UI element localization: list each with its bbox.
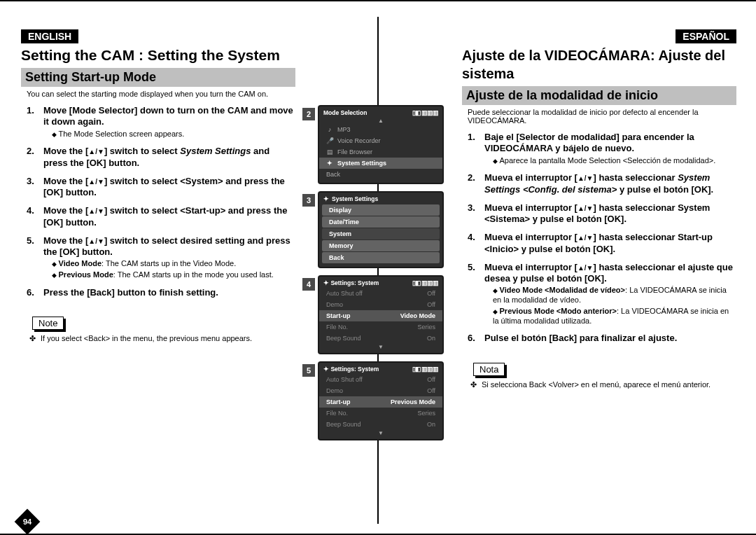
- title-english: Setting the CAM : Setting the System: [21, 45, 295, 66]
- s4r2a: Demo: [326, 301, 343, 308]
- spanish-column: ESPAÑOL Ajuste de la VIDEOCÁMARA: Ajuste…: [445, 8, 753, 534]
- screen2-selected: System Settings: [337, 160, 386, 167]
- note-body-spanish: Si selecciona Back <Volver> en el menú, …: [462, 380, 736, 389]
- up-down-icon: ▲/▼: [578, 234, 594, 242]
- section-bar-english: Setting Start-up Mode: [21, 68, 295, 87]
- music-note-icon: ♪: [326, 126, 333, 133]
- s5r1a: Auto Shut off: [326, 376, 363, 383]
- gear-icon: ✦: [323, 195, 329, 202]
- card-icon: ▯◧: [412, 366, 421, 373]
- s5r1b: Off: [427, 376, 435, 383]
- up-down-icon: ▲/▼: [88, 237, 104, 245]
- s4r4b: Series: [417, 324, 435, 331]
- note-label-spanish: Nota: [473, 363, 505, 376]
- steps-spanish: Baje el [Selector de modalidad] para enc…: [462, 132, 736, 345]
- s4r1b: Off: [427, 290, 435, 297]
- s4r5b: On: [427, 335, 435, 342]
- step4a: Move the [: [43, 205, 88, 216]
- note-label-english: Note: [32, 317, 64, 330]
- step2-italic: System Settings: [180, 146, 251, 156]
- s5r4a: File No.: [326, 410, 348, 417]
- screen2-back: Back: [319, 169, 442, 180]
- step-number-icon: 5: [302, 364, 315, 377]
- battery-icon: ▥▥▥: [421, 366, 438, 373]
- step-number-icon: 3: [302, 194, 315, 207]
- s4r4a: File No.: [326, 324, 348, 331]
- es-step4a: Mueva el interruptor [: [484, 232, 578, 242]
- screen3-display: Display: [322, 204, 440, 216]
- english-column: ENGLISH Setting the CAM : Setting the Sy…: [4, 8, 312, 534]
- step5s2b: : The CAM starts up in the mode you used…: [113, 270, 274, 279]
- screen2-item3: File Browser: [337, 148, 372, 155]
- step-number-icon: 4: [302, 278, 315, 291]
- screen2-item2: Voice Recorder: [337, 137, 381, 144]
- screen4-title: Settings: System: [330, 279, 379, 286]
- screen3-title: System Settings: [332, 195, 378, 202]
- step1-sub-english: The Mode Selection screen appears.: [52, 130, 184, 138]
- screenshot-2: 2 Mode Selection▯◧ ▥▥▥ ▲ ♪MP3 🎤Voice Rec…: [319, 106, 445, 183]
- down-arrow-icon: ▼: [319, 344, 442, 350]
- down-arrow-icon: ▼: [319, 430, 442, 436]
- step1-spanish: Baje el [Selector de modalidad] para enc…: [484, 132, 694, 153]
- note-body-english: If you select <Back> in the menu, the pr…: [21, 334, 295, 342]
- s4r1a: Auto Shut off: [326, 290, 363, 297]
- es-step2a: Mueva el interruptor [: [484, 172, 578, 183]
- up-down-icon: ▲/▼: [88, 148, 104, 155]
- mic-icon: 🎤: [326, 137, 333, 144]
- screenshot-5: 5 ✦ Settings: System▯◧ ▥▥▥ Auto Shut off…: [319, 363, 445, 439]
- screen3-memory: Memory: [322, 240, 440, 251]
- card-icon: ▯◧: [412, 109, 421, 116]
- up-down-icon: ▲/▼: [88, 178, 104, 186]
- step3a: Move the [: [43, 176, 88, 186]
- card-icon: ▯◧: [412, 279, 421, 286]
- screen3-back: Back: [322, 252, 440, 263]
- s5r3a: Start-up: [326, 398, 351, 405]
- gear-icon: ✦: [323, 279, 329, 286]
- screen3-datetime: Date/Time: [322, 216, 440, 228]
- es-step2b: ] hasta seleccionar: [594, 172, 678, 183]
- s5r2b: Off: [427, 387, 435, 394]
- page-number: 94: [23, 517, 31, 526]
- es-step3a: Mueva el interruptor [: [484, 202, 578, 213]
- step6-english: Press the [Back] button to finish settin…: [43, 287, 218, 298]
- up-down-icon: ▲/▼: [578, 174, 594, 182]
- es-step5s2a: Previous Mode <Modo anterior>: [500, 307, 617, 315]
- s5r4b: Series: [417, 410, 435, 417]
- step2b: ] switch to select: [104, 146, 178, 156]
- step6-spanish: Pulse el botón [Back] para finalizar el …: [484, 333, 677, 343]
- battery-icon: ▥▥▥: [421, 109, 438, 116]
- screenshot-4: 4 ✦ Settings: System▯◧ ▥▥▥ Auto Shut off…: [319, 277, 445, 353]
- screenshot-3: 3 ✦System Settings Display Date/Time Sys…: [319, 193, 445, 267]
- up-down-icon: ▲/▼: [578, 264, 594, 272]
- s5r5a: Beep Sound: [326, 421, 361, 428]
- step-number-icon: 2: [302, 108, 315, 120]
- s4r2b: Off: [427, 301, 435, 308]
- manual-page: ENGLISH Setting the CAM : Setting the Sy…: [0, 0, 756, 535]
- steps-english: Move [Mode Selector] down to turn on the…: [21, 105, 295, 298]
- screen3-system: System: [322, 228, 440, 239]
- step1-sub-spanish: Aparece la pantalla Mode Selection <Sele…: [493, 156, 715, 165]
- screen5-title: Settings: System: [330, 366, 379, 373]
- s5r3b: Previous Mode: [391, 398, 435, 405]
- s4r3b: Video Mode: [400, 312, 435, 319]
- gear-icon: ✦: [326, 160, 333, 167]
- lang-tag-spanish: ESPAÑOL: [676, 29, 736, 43]
- up-down-icon: ▲/▼: [88, 207, 104, 215]
- screenshot-column: 2 Mode Selection▯◧ ▥▥▥ ▲ ♪MP3 🎤Voice Rec…: [312, 8, 445, 534]
- s4r5a: Beep Sound: [326, 335, 361, 342]
- step1-english: Move [Mode Selector] down to turn on the…: [43, 105, 293, 127]
- folder-icon: ▤: [326, 148, 333, 155]
- step5a: Move the [: [43, 235, 88, 246]
- screen2-item1: MP3: [337, 126, 351, 133]
- es-step5s1a: Video Mode <Modalidad de vídeo>: [500, 286, 626, 294]
- step5s2a: Previous Mode: [59, 270, 113, 279]
- up-arrow-icon: ▲: [319, 118, 442, 124]
- es-step5a: Mueva el interruptor [: [484, 262, 578, 272]
- battery-icon: ▥▥▥: [421, 279, 438, 286]
- s5r5b: On: [427, 421, 435, 428]
- step2a: Move the [: [43, 146, 88, 156]
- screen2-title: Mode Selection: [323, 109, 367, 116]
- intro-english: You can select the starting mode display…: [27, 90, 295, 98]
- up-down-icon: ▲/▼: [578, 204, 594, 212]
- intro-spanish: Puede seleccionar la modalidad de inicio…: [468, 108, 736, 125]
